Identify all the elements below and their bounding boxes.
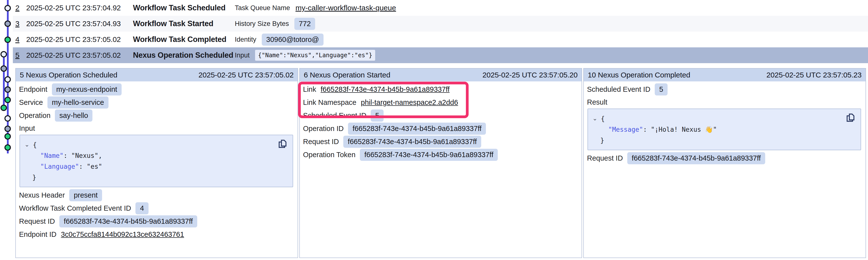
- event-id-link[interactable]: 3: [15, 20, 26, 28]
- collapse-chevron-icon[interactable]: ⌄: [25, 139, 30, 150]
- panel-header: 10 Nexus Operation Completed 2025-02-25 …: [584, 69, 866, 81]
- event-row-3[interactable]: 3 2025-02-25 UTC 23:57:04.93 Workflow Ta…: [13, 16, 868, 32]
- event-dot-completed: [4, 133, 11, 140]
- event-dot-scheduled: [4, 76, 11, 83]
- request-id-badge: f665283f-743e-4374-b45b-9a61a89337ff: [627, 152, 765, 164]
- input-section-label: Input: [19, 124, 293, 133]
- json-line: "Language": "es": [25, 161, 288, 172]
- field-operation-id: Operation ID f665283f-743e-4374-b45b-9a6…: [303, 123, 578, 134]
- workflow-event-history-page: 2 2025-02-25 UTC 23:57:04.92 Workflow Ta…: [0, 0, 868, 260]
- field-label: Nexus Header: [19, 191, 65, 199]
- field-label: Workflow Task Completed Event ID: [19, 204, 131, 212]
- field-request-id: Request ID f665283f-743e-4374-b45b-9a61a…: [303, 137, 578, 147]
- json-line: "Name": "Nexus",: [25, 150, 288, 161]
- field-nexus-header: Nexus Header present: [19, 190, 293, 200]
- field-label: Link Namespace: [303, 99, 356, 107]
- field-label: Request ID: [303, 138, 339, 146]
- event-group-details: 5 Nexus Operation Scheduled 2025-02-25 U…: [15, 68, 866, 258]
- result-section-label: Result: [587, 98, 862, 107]
- panel-header: 5 Nexus Operation Scheduled 2025-02-25 U…: [16, 69, 298, 81]
- event-dot-completed: [0, 105, 7, 111]
- event-name: Workflow Task Scheduled: [133, 3, 235, 12]
- request-id-badge: f665283f-743e-4374-b45b-9a61a89337ff: [343, 136, 481, 148]
- panel-title: 6 Nexus Operation Started: [304, 71, 390, 79]
- scheduled-event-id-badge: 5: [371, 110, 383, 122]
- request-id-badge: f665283f-743e-4374-b45b-9a61a89337ff: [59, 215, 197, 227]
- field-scheduled-event-id: Scheduled Event ID 5: [303, 110, 578, 121]
- link-namespace-link[interactable]: phil-target-namespace2.a2dd6: [361, 99, 458, 107]
- event-attr-label: Task Queue Name: [235, 4, 290, 12]
- event-rows: 2 2025-02-25 UTC 23:57:04.92 Workflow Ta…: [13, 0, 868, 63]
- event-name: Nexus Operation Scheduled: [133, 51, 235, 60]
- scheduled-event-id-badge: 5: [655, 83, 668, 96]
- panel-header: 6 Nexus Operation Started 2025-02-25 UTC…: [300, 69, 582, 81]
- event-dot-completed: [4, 37, 11, 43]
- event-dot-started: [0, 65, 7, 72]
- field-label: Link: [303, 85, 316, 94]
- field-endpoint-id: Endpoint ID 3c0c75ccfa8144b092c13ce63246…: [19, 229, 293, 239]
- field-label: Scheduled Event ID: [587, 85, 650, 94]
- event-timestamp: 2025-02-25 UTC 23:57:05.02: [26, 35, 133, 44]
- event-row-4[interactable]: 4 2025-02-25 UTC 23:57:05.02 Workflow Ta…: [13, 32, 868, 47]
- json-line: }: [25, 172, 288, 183]
- field-wtc-event-id: Workflow Task Completed Event ID 4: [19, 203, 293, 213]
- input-payload-viewer: ⌄{ "Name": "Nexus", "Language": "es" }: [20, 135, 293, 187]
- field-label: Service: [19, 99, 43, 107]
- input-payload-badge: {"Name":"Nexus","Language":"es"}: [255, 50, 375, 61]
- task-queue-link[interactable]: my-caller-workflow-task-queue: [296, 4, 396, 12]
- copy-icon: [846, 112, 857, 123]
- field-label: Endpoint: [19, 85, 48, 94]
- panel-nexus-operation-started: 6 Nexus Operation Started 2025-02-25 UTC…: [299, 68, 582, 258]
- field-label: Endpoint ID: [19, 230, 57, 238]
- field-label: Request ID: [19, 217, 55, 225]
- event-name: Workflow Task Started: [133, 19, 235, 28]
- field-label: Operation Token: [303, 151, 355, 159]
- json-line: }: [592, 135, 856, 146]
- result-payload-viewer: ⌄{ "Message": "¡Hola! Nexus 👋" }: [587, 109, 861, 150]
- event-id-link[interactable]: 5: [15, 51, 26, 60]
- identity-badge: 30960@totoro@: [262, 34, 323, 46]
- field-request-id: Request ID f665283f-743e-4374-b45b-9a61a…: [19, 216, 293, 226]
- json-line: "Message": "¡Hola! Nexus 👋": [592, 124, 856, 135]
- nexus-header-badge: present: [69, 189, 102, 201]
- event-id-link[interactable]: 2: [15, 4, 26, 12]
- operation-badge: say-hello: [55, 110, 92, 122]
- link-workflow-link[interactable]: f665283f-743e-4374-b45b-9a61a89337ff: [320, 85, 450, 94]
- event-row-5-selected[interactable]: 5 2025-02-25 UTC 23:57:05.02 Nexus Opera…: [13, 47, 868, 63]
- field-link-namespace: Link Namespace phil-target-namespace2.a2…: [303, 97, 578, 108]
- collapse-chevron-icon[interactable]: ⌄: [592, 113, 598, 124]
- json-line: ⌄{: [592, 113, 856, 124]
- panel-title: 5 Nexus Operation Scheduled: [20, 71, 117, 79]
- panel-nexus-operation-scheduled: 5 Nexus Operation Scheduled 2025-02-25 U…: [15, 68, 298, 258]
- event-timestamp: 2025-02-25 UTC 23:57:04.92: [26, 4, 133, 12]
- panel-title: 10 Nexus Operation Completed: [588, 71, 690, 79]
- endpoint-id-link[interactable]: 3c0c75ccfa8144b092c13ce632463761: [61, 230, 184, 238]
- field-label: Operation ID: [303, 124, 344, 133]
- operation-id-badge: f665283f-743e-4374-b45b-9a61a89337ff: [348, 122, 486, 135]
- event-timestamp: 2025-02-25 UTC 23:57:04.93: [26, 20, 133, 28]
- event-row-2[interactable]: 2 2025-02-25 UTC 23:57:04.92 Workflow Ta…: [13, 0, 868, 16]
- event-dot-started: [4, 125, 11, 132]
- event-dot-scheduled: [4, 115, 11, 122]
- event-dot-started: [4, 86, 11, 93]
- field-operation: Operation say-hello: [19, 110, 293, 121]
- event-dot-scheduled: [4, 5, 11, 11]
- service-badge: my-hello-service: [48, 97, 108, 109]
- field-request-id: Request ID f665283f-743e-4374-b45b-9a61a…: [587, 153, 862, 163]
- panel-timestamp: 2025-02-25 UTC 23:57:05.02: [198, 71, 293, 79]
- event-attr-label: Identity: [235, 36, 256, 43]
- panel-nexus-operation-completed: 10 Nexus Operation Completed 2025-02-25 …: [583, 68, 866, 258]
- copy-button[interactable]: [278, 138, 289, 149]
- event-id-link[interactable]: 4: [15, 35, 26, 44]
- timeline-line-nexus-branch: [3, 54, 5, 110]
- history-size-badge: 772: [294, 18, 315, 30]
- event-attr-label: History Size Bytes: [235, 20, 289, 28]
- event-timestamp: 2025-02-25 UTC 23:57:05.02: [26, 51, 133, 60]
- field-endpoint: Endpoint my-nexus-endpoint: [19, 84, 293, 95]
- event-dot-completed: [4, 97, 11, 103]
- panel-timestamp: 2025-02-25 UTC 23:57:05.20: [483, 71, 578, 79]
- event-attr-label: Input: [235, 51, 250, 59]
- wtc-event-id-badge: 4: [135, 202, 148, 214]
- operation-token-badge: f665283f-743e-4374-b45b-9a61a89337ff: [360, 149, 498, 161]
- copy-button[interactable]: [846, 112, 857, 123]
